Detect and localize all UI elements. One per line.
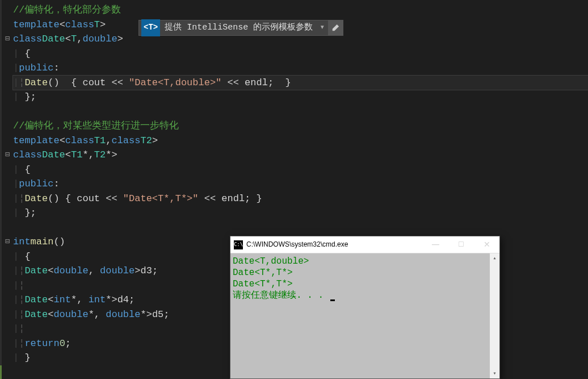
cmd-titlebar[interactable]: C:\ C:\WINDOWS\system32\cmd.exe ─ ☐ ✕ xyxy=(230,236,499,253)
scroll-down-icon[interactable]: ▾ xyxy=(490,369,499,378)
cmd-window[interactable]: C:\ C:\WINDOWS\system32\cmd.exe ─ ☐ ✕ Da… xyxy=(230,236,500,379)
scrollbar[interactable]: ▴ ▾ xyxy=(490,253,499,378)
collapse-icon[interactable]: ⊟ xyxy=(3,148,12,163)
intellisense-tooltip[interactable]: <T> 提供 IntelliSense 的示例模板参数 ▾ xyxy=(138,20,343,36)
minimize-button[interactable]: ─ xyxy=(423,236,448,253)
cmd-output: Date<T,double> Date<T*,T*> Date<T*,T*> 请… xyxy=(230,253,499,378)
keyword-template: template xyxy=(13,18,60,32)
cmd-title: C:\WINDOWS\system32\cmd.exe xyxy=(246,238,423,252)
current-line[interactable]: | ¦ Date() { cout << "Date<T,double>" <<… xyxy=(13,76,588,90)
close-button[interactable]: ✕ xyxy=(474,236,499,253)
cursor xyxy=(330,299,335,301)
edit-button[interactable] xyxy=(328,20,343,35)
comment: //偏特化，特化部分参数 xyxy=(13,3,121,18)
comment: //偏特化，对某些类型进行进一步特化 xyxy=(13,119,179,134)
intellisense-badge: <T> xyxy=(141,19,160,36)
collapse-icon[interactable]: ⊟ xyxy=(3,235,12,249)
collapse-icon[interactable]: ⊟ xyxy=(3,32,12,47)
intellisense-text: 提供 IntelliSense 的示例模板参数 xyxy=(160,20,317,35)
scroll-up-icon[interactable]: ▴ xyxy=(490,253,499,263)
maximize-button[interactable]: ☐ xyxy=(448,236,474,253)
dropdown-icon[interactable]: ▾ xyxy=(317,20,327,35)
pencil-icon xyxy=(331,24,339,32)
cmd-icon: C:\ xyxy=(234,240,243,249)
